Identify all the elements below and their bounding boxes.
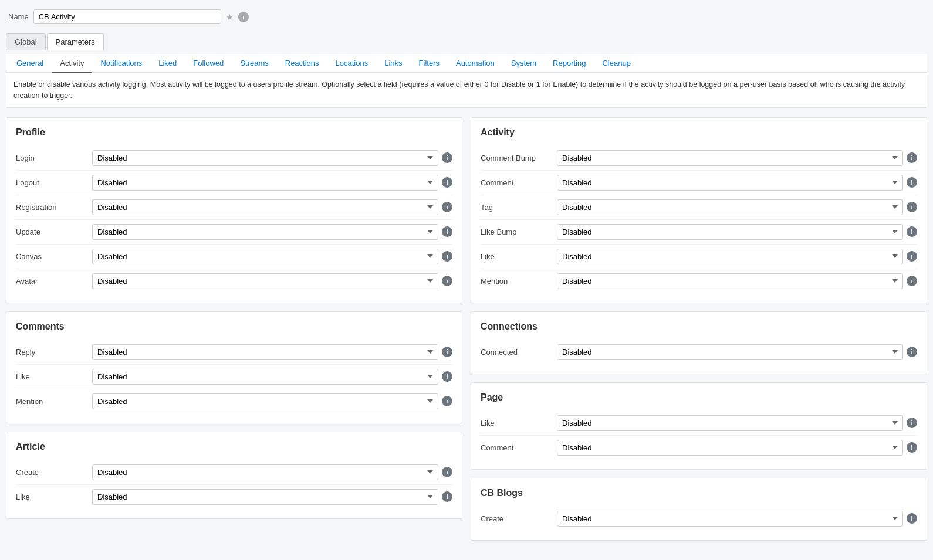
table-row: Comment Bump DisabledEnabledField i bbox=[481, 146, 917, 171]
table-row: Create DisabledEnabledField i bbox=[481, 507, 917, 531]
table-row: Update DisabledEnabledField i bbox=[16, 220, 452, 245]
name-info-icon[interactable]: i bbox=[238, 12, 249, 22]
field-select-wrap: DisabledEnabledField i bbox=[92, 489, 452, 505]
tab-general[interactable]: General bbox=[8, 54, 52, 73]
table-row: Comment DisabledEnabledField i bbox=[481, 171, 917, 195]
field-label-activity-mention: Mention bbox=[481, 277, 557, 286]
field-label-login: Login bbox=[16, 154, 92, 162]
table-row: Logout DisabledEnabledField i bbox=[16, 171, 452, 195]
info-connected[interactable]: i bbox=[907, 347, 917, 357]
field-label-activity-comment: Comment bbox=[481, 178, 557, 187]
field-label-logout: Logout bbox=[16, 178, 92, 187]
info-comment-bump[interactable]: i bbox=[907, 152, 917, 163]
field-label-comment-like: Like bbox=[16, 372, 92, 381]
info-login[interactable]: i bbox=[442, 152, 452, 163]
info-avatar[interactable]: i bbox=[442, 276, 452, 286]
select-comment-like[interactable]: DisabledEnabledField bbox=[92, 369, 438, 385]
table-row: Like Bump DisabledEnabledField i bbox=[481, 220, 917, 245]
info-update[interactable]: i bbox=[442, 226, 452, 237]
info-logout[interactable]: i bbox=[442, 177, 452, 188]
tab-notifications[interactable]: Notifications bbox=[92, 54, 150, 73]
field-label-reply: Reply bbox=[16, 348, 92, 357]
table-row: Mention DisabledEnabledField i bbox=[481, 269, 917, 293]
select-login[interactable]: DisabledEnabledField bbox=[92, 150, 438, 166]
field-select-wrap: DisabledEnabledField i bbox=[92, 344, 452, 360]
select-blogs-create[interactable]: DisabledEnabledField bbox=[557, 511, 903, 527]
select-comment-bump[interactable]: DisabledEnabledField bbox=[557, 150, 903, 166]
table-row: Reply DisabledEnabledField i bbox=[16, 340, 452, 365]
table-row: Like DisabledEnabledField i bbox=[481, 245, 917, 269]
field-label-avatar: Avatar bbox=[16, 277, 92, 286]
select-article-create[interactable]: DisabledEnabledField bbox=[92, 464, 438, 480]
info-page-like[interactable]: i bbox=[907, 418, 917, 428]
select-tag[interactable]: DisabledEnabledField bbox=[557, 199, 903, 215]
info-like-bump[interactable]: i bbox=[907, 226, 917, 237]
tab-top-global[interactable]: Global bbox=[6, 33, 46, 50]
select-avatar[interactable]: DisabledEnabledField bbox=[92, 273, 438, 289]
info-article-like[interactable]: i bbox=[442, 491, 452, 502]
info-canvas[interactable]: i bbox=[442, 251, 452, 262]
info-comment-mention[interactable]: i bbox=[442, 396, 452, 406]
tab-links[interactable]: Links bbox=[376, 54, 410, 73]
select-connected[interactable]: DisabledEnabledField bbox=[557, 344, 903, 360]
field-select-wrap: DisabledEnabledField i bbox=[557, 249, 917, 264]
cb-blogs-section: CB Blogs Create DisabledEnabledField i bbox=[471, 478, 927, 541]
field-select-wrap: DisabledEnabledField i bbox=[557, 511, 917, 527]
info-activity-comment[interactable]: i bbox=[907, 177, 917, 188]
select-activity-mention[interactable]: DisabledEnabledField bbox=[557, 273, 903, 289]
info-blogs-create[interactable]: i bbox=[907, 513, 917, 524]
name-label: Name bbox=[8, 12, 29, 21]
table-row: Canvas DisabledEnabledField i bbox=[16, 245, 452, 269]
table-row: Create DisabledEnabledField i bbox=[16, 460, 452, 485]
tab-system[interactable]: System bbox=[503, 54, 545, 73]
info-registration[interactable]: i bbox=[442, 202, 452, 212]
select-activity-comment[interactable]: DisabledEnabledField bbox=[557, 175, 903, 191]
tab-followed[interactable]: Followed bbox=[185, 54, 232, 73]
table-row: Connected DisabledEnabledField i bbox=[481, 340, 917, 364]
table-row: Registration DisabledEnabledField i bbox=[16, 195, 452, 220]
tab-activity[interactable]: Activity bbox=[52, 54, 92, 73]
field-select-wrap: DisabledEnabledField i bbox=[557, 175, 917, 191]
info-reply[interactable]: i bbox=[442, 347, 452, 357]
table-row: Tag DisabledEnabledField i bbox=[481, 195, 917, 220]
field-label-activity-like: Like bbox=[481, 252, 557, 261]
select-update[interactable]: DisabledEnabledField bbox=[92, 224, 438, 240]
tab-reactions[interactable]: Reactions bbox=[277, 54, 327, 73]
description-bar: Enable or disable various activity loggi… bbox=[6, 73, 927, 108]
select-page-comment[interactable]: DisabledEnabledField bbox=[557, 440, 903, 456]
select-like-bump[interactable]: DisabledEnabledField bbox=[557, 224, 903, 240]
select-page-like[interactable]: DisabledEnabledField bbox=[557, 415, 903, 431]
info-activity-mention[interactable]: i bbox=[907, 276, 917, 286]
select-canvas[interactable]: DisabledEnabledField bbox=[92, 249, 438, 264]
tab-streams[interactable]: Streams bbox=[232, 54, 276, 73]
select-article-like[interactable]: DisabledEnabledField bbox=[92, 489, 438, 505]
field-select-wrap: DisabledEnabledField i bbox=[92, 273, 452, 289]
name-input[interactable] bbox=[33, 9, 221, 24]
field-select-wrap: DisabledEnabledField i bbox=[92, 224, 452, 240]
info-activity-like[interactable]: i bbox=[907, 251, 917, 262]
select-activity-like[interactable]: DisabledEnabledField bbox=[557, 249, 903, 264]
select-comment-mention[interactable]: DisabledEnabledField bbox=[92, 393, 438, 409]
info-page-comment[interactable]: i bbox=[907, 442, 917, 453]
tab-filters[interactable]: Filters bbox=[411, 54, 448, 73]
description-text: Enable or disable various activity loggi… bbox=[13, 80, 905, 100]
select-comment-reply[interactable]: DisabledEnabledField bbox=[92, 344, 438, 360]
tab-reporting[interactable]: Reporting bbox=[545, 54, 594, 73]
table-row: Avatar DisabledEnabledField i bbox=[16, 269, 452, 293]
select-logout[interactable]: DisabledEnabledField bbox=[92, 175, 438, 191]
field-label-like-bump: Like Bump bbox=[481, 228, 557, 236]
field-label-update: Update bbox=[16, 228, 92, 236]
info-tag[interactable]: i bbox=[907, 202, 917, 212]
field-select-wrap: DisabledEnabledField i bbox=[557, 440, 917, 456]
tab-top-parameters[interactable]: Parameters bbox=[47, 33, 104, 50]
comments-section: Comments Reply DisabledEnabledField i Li… bbox=[6, 311, 462, 423]
tab-automation[interactable]: Automation bbox=[448, 54, 503, 73]
select-registration[interactable]: DisabledEnabledField bbox=[92, 199, 438, 215]
tab-liked[interactable]: Liked bbox=[150, 54, 185, 73]
field-select-wrap: DisabledEnabledField i bbox=[92, 175, 452, 191]
info-article-create[interactable]: i bbox=[442, 467, 452, 477]
info-comment-like[interactable]: i bbox=[442, 371, 452, 382]
star-icon[interactable]: ★ bbox=[226, 12, 234, 22]
tab-locations[interactable]: Locations bbox=[327, 54, 377, 73]
tab-cleanup[interactable]: Cleanup bbox=[594, 54, 638, 73]
